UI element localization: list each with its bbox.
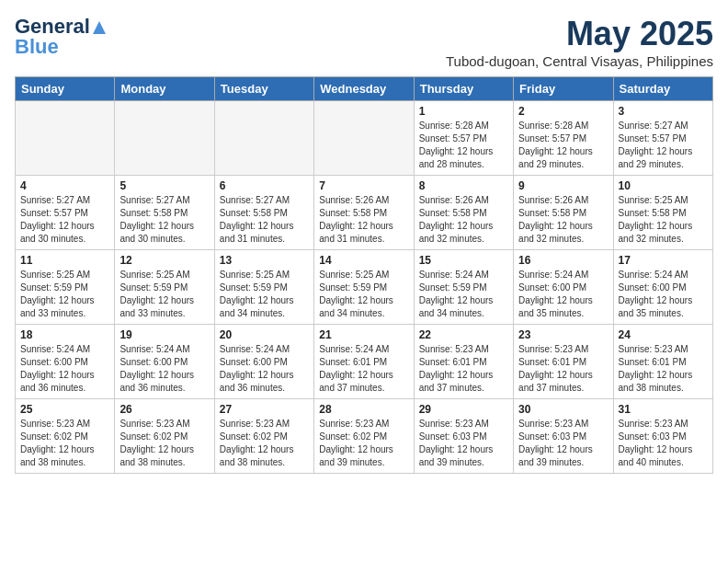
calendar-cell: 24Sunrise: 5:23 AM Sunset: 6:01 PM Dayli… <box>613 325 712 399</box>
day-number: 26 <box>119 403 209 416</box>
calendar-cell: 1Sunrise: 5:28 AM Sunset: 5:57 PM Daylig… <box>414 101 513 176</box>
logo-blue: Blue <box>15 35 59 59</box>
week-row-2: 4Sunrise: 5:27 AM Sunset: 5:57 PM Daylig… <box>16 176 713 250</box>
calendar-cell <box>214 101 313 176</box>
day-info: Sunrise: 5:24 AM Sunset: 6:00 PM Dayligh… <box>619 269 708 320</box>
weekday-header-sunday: Sunday <box>16 77 115 101</box>
calendar-cell: 11Sunrise: 5:25 AM Sunset: 5:59 PM Dayli… <box>16 250 115 325</box>
calendar-cell: 13Sunrise: 5:25 AM Sunset: 5:59 PM Dayli… <box>214 250 313 325</box>
day-number: 11 <box>20 254 109 267</box>
calendar-cell <box>115 101 214 176</box>
weekday-header-friday: Friday <box>514 77 613 101</box>
day-info: Sunrise: 5:23 AM Sunset: 6:03 PM Dayligh… <box>419 418 508 469</box>
day-info: Sunrise: 5:23 AM Sunset: 6:02 PM Dayligh… <box>20 418 109 469</box>
day-info: Sunrise: 5:27 AM Sunset: 5:57 PM Dayligh… <box>619 120 708 171</box>
day-info: Sunrise: 5:23 AM Sunset: 6:01 PM Dayligh… <box>419 343 508 395</box>
day-number: 10 <box>619 179 708 192</box>
logo-text-block: General Blue <box>15 15 108 59</box>
calendar-cell: 8Sunrise: 5:26 AM Sunset: 5:58 PM Daylig… <box>414 176 513 250</box>
day-info: Sunrise: 5:27 AM Sunset: 5:57 PM Dayligh… <box>20 194 109 246</box>
weekday-header-tuesday: Tuesday <box>214 77 313 101</box>
day-number: 9 <box>518 179 608 192</box>
calendar-cell: 7Sunrise: 5:26 AM Sunset: 5:58 PM Daylig… <box>314 176 414 250</box>
logo: General Blue <box>15 15 108 59</box>
calendar-cell: 12Sunrise: 5:25 AM Sunset: 5:59 PM Dayli… <box>115 250 214 325</box>
calendar-cell <box>16 101 115 176</box>
calendar-table: SundayMondayTuesdayWednesdayThursdayFrid… <box>15 76 713 474</box>
day-number: 12 <box>119 254 209 267</box>
day-info: Sunrise: 5:27 AM Sunset: 5:58 PM Dayligh… <box>220 194 309 246</box>
day-number: 14 <box>319 254 408 267</box>
day-number: 7 <box>319 179 408 192</box>
day-number: 17 <box>619 254 708 267</box>
calendar-cell: 22Sunrise: 5:23 AM Sunset: 6:01 PM Dayli… <box>414 325 513 399</box>
calendar-cell: 21Sunrise: 5:24 AM Sunset: 6:01 PM Dayli… <box>314 325 414 399</box>
calendar-cell: 28Sunrise: 5:23 AM Sunset: 6:02 PM Dayli… <box>314 399 414 474</box>
day-info: Sunrise: 5:25 AM Sunset: 5:58 PM Dayligh… <box>619 194 708 246</box>
calendar-cell: 31Sunrise: 5:23 AM Sunset: 6:03 PM Dayli… <box>613 399 712 474</box>
day-number: 30 <box>518 403 608 416</box>
svg-marker-0 <box>93 21 106 34</box>
day-number: 19 <box>119 328 209 341</box>
week-row-1: 1Sunrise: 5:28 AM Sunset: 5:57 PM Daylig… <box>16 101 713 176</box>
calendar-cell: 26Sunrise: 5:23 AM Sunset: 6:02 PM Dayli… <box>115 399 214 474</box>
calendar-cell: 19Sunrise: 5:24 AM Sunset: 6:00 PM Dayli… <box>115 325 214 399</box>
day-number: 28 <box>319 403 408 416</box>
day-number: 1 <box>419 105 508 118</box>
calendar-cell: 23Sunrise: 5:23 AM Sunset: 6:01 PM Dayli… <box>514 325 613 399</box>
location-title: Tubod-dugoan, Central Visayas, Philippin… <box>446 53 713 69</box>
day-number: 24 <box>619 328 708 341</box>
day-info: Sunrise: 5:25 AM Sunset: 5:59 PM Dayligh… <box>20 269 109 320</box>
title-section: May 2025 Tubod-dugoan, Central Visayas, … <box>446 15 713 69</box>
day-number: 29 <box>419 403 508 416</box>
calendar-cell: 20Sunrise: 5:24 AM Sunset: 6:00 PM Dayli… <box>214 325 313 399</box>
day-info: Sunrise: 5:25 AM Sunset: 5:59 PM Dayligh… <box>220 269 309 320</box>
month-title: May 2025 <box>446 15 713 53</box>
week-row-4: 18Sunrise: 5:24 AM Sunset: 6:00 PM Dayli… <box>16 325 713 399</box>
calendar-cell <box>314 101 414 176</box>
day-info: Sunrise: 5:24 AM Sunset: 6:00 PM Dayligh… <box>518 269 608 320</box>
day-info: Sunrise: 5:26 AM Sunset: 5:58 PM Dayligh… <box>419 194 508 246</box>
day-number: 6 <box>220 179 309 192</box>
day-number: 3 <box>619 105 708 118</box>
day-number: 23 <box>518 328 608 341</box>
day-info: Sunrise: 5:24 AM Sunset: 5:59 PM Dayligh… <box>419 269 508 320</box>
day-number: 5 <box>119 179 209 192</box>
day-info: Sunrise: 5:25 AM Sunset: 5:59 PM Dayligh… <box>119 269 209 320</box>
day-number: 2 <box>518 105 608 118</box>
calendar-cell: 2Sunrise: 5:28 AM Sunset: 5:57 PM Daylig… <box>514 101 613 176</box>
day-info: Sunrise: 5:26 AM Sunset: 5:58 PM Dayligh… <box>518 194 608 246</box>
day-number: 13 <box>220 254 309 267</box>
calendar-cell: 27Sunrise: 5:23 AM Sunset: 6:02 PM Dayli… <box>214 399 313 474</box>
day-number: 18 <box>20 328 109 341</box>
calendar-cell: 4Sunrise: 5:27 AM Sunset: 5:57 PM Daylig… <box>16 176 115 250</box>
weekday-header-monday: Monday <box>115 77 214 101</box>
calendar-cell: 6Sunrise: 5:27 AM Sunset: 5:58 PM Daylig… <box>214 176 313 250</box>
calendar-cell: 16Sunrise: 5:24 AM Sunset: 6:00 PM Dayli… <box>514 250 613 325</box>
day-number: 4 <box>20 179 109 192</box>
day-number: 15 <box>419 254 508 267</box>
calendar-cell: 14Sunrise: 5:25 AM Sunset: 5:59 PM Dayli… <box>314 250 414 325</box>
day-number: 21 <box>319 328 408 341</box>
day-info: Sunrise: 5:23 AM Sunset: 6:01 PM Dayligh… <box>619 343 708 395</box>
week-row-3: 11Sunrise: 5:25 AM Sunset: 5:59 PM Dayli… <box>16 250 713 325</box>
weekday-header-row: SundayMondayTuesdayWednesdayThursdayFrid… <box>16 77 713 101</box>
day-info: Sunrise: 5:24 AM Sunset: 6:00 PM Dayligh… <box>220 343 309 395</box>
day-info: Sunrise: 5:23 AM Sunset: 6:01 PM Dayligh… <box>518 343 608 395</box>
day-number: 20 <box>220 328 309 341</box>
day-number: 27 <box>220 403 309 416</box>
day-info: Sunrise: 5:24 AM Sunset: 6:00 PM Dayligh… <box>20 343 109 395</box>
calendar-cell: 3Sunrise: 5:27 AM Sunset: 5:57 PM Daylig… <box>613 101 712 176</box>
day-number: 25 <box>20 403 109 416</box>
calendar-cell: 17Sunrise: 5:24 AM Sunset: 6:00 PM Dayli… <box>613 250 712 325</box>
day-number: 22 <box>419 328 508 341</box>
day-info: Sunrise: 5:23 AM Sunset: 6:03 PM Dayligh… <box>518 418 608 469</box>
day-info: Sunrise: 5:28 AM Sunset: 5:57 PM Dayligh… <box>518 120 608 171</box>
calendar-cell: 18Sunrise: 5:24 AM Sunset: 6:00 PM Dayli… <box>16 325 115 399</box>
calendar-cell: 29Sunrise: 5:23 AM Sunset: 6:03 PM Dayli… <box>414 399 513 474</box>
day-info: Sunrise: 5:26 AM Sunset: 5:58 PM Dayligh… <box>319 194 408 246</box>
week-row-5: 25Sunrise: 5:23 AM Sunset: 6:02 PM Dayli… <box>16 399 713 474</box>
logo-triangle-icon <box>91 19 108 36</box>
day-info: Sunrise: 5:23 AM Sunset: 6:02 PM Dayligh… <box>220 418 309 469</box>
page-header: General Blue May 2025 Tubod-dugoan, Cent… <box>15 15 713 69</box>
